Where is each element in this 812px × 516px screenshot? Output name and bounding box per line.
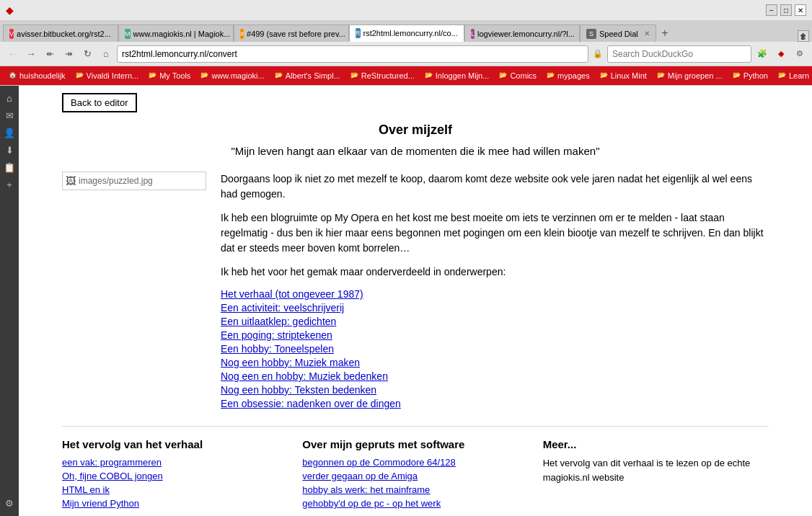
bookmark-huishoudelijk[interactable]: 🏠 huishoudelijk — [4, 68, 70, 83]
sidebar-contacts-icon[interactable]: 👤 — [1, 125, 17, 141]
bookmark-alberts[interactable]: 📂 Albert's Simpl... — [270, 68, 345, 83]
tab-5-label: logviewer.lemoncurry.nl/?l... — [477, 30, 575, 38]
bottom-col-1: Het vervolg van het verhaal een vak: pro… — [62, 438, 288, 511]
bookmark-icon-learn: 📂 — [778, 71, 787, 80]
two-col-section: images/puzzled.jpg Doorgaans loop ik nie… — [62, 172, 769, 412]
image-column: images/puzzled.jpg — [62, 172, 206, 412]
bookmarks-bar: 🏠 huishoudelijk 📂 Vivaldi Intern... 📂 My… — [0, 66, 812, 85]
tab-3-label: #499 (save rst before prev... — [247, 30, 345, 38]
link-mainframe[interactable]: hobby als werk: het mainframe — [302, 484, 430, 495]
bookmark-linuxmint[interactable]: 📂 Linux Mint — [596, 68, 651, 83]
link-verhaal[interactable]: Het verhaal (tot ongeveer 1987) — [221, 288, 363, 300]
window-controls[interactable]: − □ ✕ — [766, 4, 806, 16]
link-pc-werk[interactable]: gehobby'd op de pc - op het werk — [302, 498, 441, 509]
nav-bar: ← → ↞ ↠ ↻ ⌂ 🔒 🧩 ◆ ⚙ — [0, 42, 812, 66]
list-item: Nog een en hobby: Muziek bedenken — [221, 370, 769, 382]
bottom-col-3-title: Meer... — [543, 438, 769, 450]
sidebar-add-icon[interactable]: + — [1, 177, 17, 192]
bookmark-inloggen[interactable]: 📂 Inloggen Mijn... — [420, 68, 494, 83]
link-teksten[interactable]: Nog een hobby: Teksten bedenken — [221, 384, 376, 396]
tab-6-favicon: S — [586, 29, 596, 39]
back-to-editor-button[interactable]: Back to editor — [62, 93, 137, 112]
text-column: Doorgaans loop ik niet zo met mezelf te … — [221, 172, 769, 412]
bottom-col-3-text: Het vervolg van dit verhaal is te lezen … — [543, 456, 769, 484]
link-poging[interactable]: Een poging: striptekenen — [221, 329, 332, 341]
bookmark-python[interactable]: 📂 Python — [728, 68, 772, 83]
bookmark-magioki[interactable]: 📂 www.magioki... — [196, 68, 268, 83]
topic-link-list: Het verhaal (tot ongeveer 1987) Een acti… — [221, 288, 769, 409]
list-item: Het verhaal (tot ongeveer 1987) — [221, 288, 769, 300]
settings-icon[interactable]: ⚙ — [792, 46, 808, 62]
bookmark-icon-mijngroepen: 📂 — [657, 71, 666, 80]
link-toneelspelen[interactable]: Een hobby: Toneelspelen — [221, 343, 334, 355]
list-item: HTML en ik — [62, 484, 288, 495]
tab-2[interactable]: M www.magiokis.nl | Magiok... ✕ — [118, 25, 234, 42]
fast-back-button[interactable]: ↞ — [42, 46, 58, 62]
sidebar-mail-icon[interactable]: ✉ — [1, 107, 17, 123]
bookmark-mijngroepen[interactable]: 📂 Mijn groepen ... — [653, 68, 727, 83]
list-item: hobby als werk: het mainframe — [302, 484, 528, 495]
fast-forward-button[interactable]: ↠ — [61, 46, 76, 62]
paragraph-1: Doorgaans loop ik niet zo met mezelf te … — [221, 172, 769, 202]
new-tab-button[interactable]: + — [656, 25, 674, 42]
bookmark-icon-restructured: 📂 — [350, 71, 359, 80]
sidebar-notes-icon[interactable]: 📋 — [1, 159, 17, 175]
tab-1[interactable]: V avisser.bitbucket.org/rst2... ✕ — [3, 25, 118, 42]
close-button[interactable]: ✕ — [795, 4, 806, 16]
tab-6[interactable]: S Speed Dial ✕ — [580, 25, 656, 42]
maximize-button[interactable]: □ — [780, 4, 792, 16]
bookmark-icon-python: 📂 — [733, 71, 741, 80]
refresh-button[interactable]: ↻ — [79, 46, 95, 62]
bookmark-mytools[interactable]: 📂 My Tools — [144, 68, 195, 83]
bookmark-icon-vivaldi: 📂 — [76, 71, 84, 80]
tab-4[interactable]: R rst2html.lemoncurry.nl/co... ✕ — [349, 25, 464, 42]
link-python[interactable]: Mijn vriend Python — [62, 498, 139, 509]
sidebar-home-icon[interactable]: ⌂ — [1, 90, 17, 106]
bookmark-restructured[interactable]: 📂 ReStructured... — [346, 68, 419, 83]
link-commodore[interactable]: begonnen op de Commodore 64/128 — [302, 457, 456, 468]
tab-2-label: www.magiokis.nl | Magiok... — [133, 30, 231, 38]
bookmark-comics[interactable]: 📂 Comics — [495, 68, 541, 83]
home-nav-button[interactable]: ⌂ — [98, 46, 114, 62]
forward-nav-button[interactable]: → — [23, 46, 39, 62]
sidebar-settings-icon[interactable]: ⚙ — [1, 495, 17, 511]
link-muziek-maken[interactable]: Nog een hobby: Muziek maken — [221, 357, 360, 368]
tab-6-label: Speed Dial — [599, 30, 638, 38]
bookmark-vivaldi[interactable]: 📂 Vivaldi Intern... — [71, 68, 144, 83]
link-muziek-bedenken[interactable]: Nog een en hobby: Muziek bedenken — [221, 370, 388, 382]
image-filename: images/puzzled.jpg — [79, 176, 153, 186]
list-item: gehobby'd op de pc - op het werk — [302, 497, 528, 509]
main-content: Back to editor Over mijzelf "Mijn leven … — [19, 86, 812, 516]
tab-4-favicon: R — [356, 28, 361, 38]
tab-6-close[interactable]: ✕ — [644, 30, 650, 37]
page-wrapper: Back to editor Over mijzelf "Mijn leven … — [33, 86, 798, 516]
list-item: Oh, fijne COBOL jongen — [62, 470, 288, 481]
paragraph-3: Ik heb het voor het gemak maar onderverd… — [221, 264, 769, 280]
extensions-button[interactable]: 🧩 — [754, 46, 770, 62]
link-amiga[interactable]: verder gegaan op de Amiga — [302, 471, 418, 481]
link-activiteit[interactable]: Een activiteit: veelschrijverij — [221, 302, 344, 313]
tab-3-favicon: # — [240, 29, 244, 39]
tab-2-favicon: M — [125, 29, 131, 39]
address-lock-icon: 🔒 — [593, 49, 603, 58]
sidebar-downloads-icon[interactable]: ⬇ — [1, 142, 17, 158]
tabs-bar: V avisser.bitbucket.org/rst2... ✕ M www.… — [0, 20, 812, 42]
search-input[interactable] — [607, 45, 751, 63]
back-nav-button[interactable]: ← — [4, 46, 20, 62]
minimize-button[interactable]: − — [766, 4, 777, 16]
link-uitlaatklep[interactable]: Een uitlaatklep: gedichten — [221, 316, 336, 327]
bookmark-mypages[interactable]: 📂 mypages — [542, 68, 594, 83]
link-html[interactable]: HTML en ik — [62, 484, 110, 495]
bottom-col-2: Over mijn gepruts met software begonnen … — [302, 438, 528, 511]
bookmark-learn[interactable]: 📂 Learn | Codec... — [774, 68, 812, 83]
link-cobol[interactable]: Oh, fijne COBOL jongen — [62, 471, 163, 481]
link-obsessie[interactable]: Een obsessie: nadenken over de dingen — [221, 398, 401, 409]
tab-3[interactable]: # #499 (save rst before prev... ✕ — [234, 25, 349, 42]
link-programmeren[interactable]: een vak: programmeren — [62, 457, 162, 468]
vivaldi-button[interactable]: ◆ — [773, 46, 789, 62]
address-bar[interactable] — [117, 45, 588, 63]
page-title: Over mijzelf — [62, 123, 769, 138]
trash-button[interactable]: 🗑 — [798, 30, 809, 42]
tab-5[interactable]: L logviewer.lemoncurry.nl/?l... ✕ — [464, 25, 580, 42]
list-item: Een hobby: Toneelspelen — [221, 343, 769, 355]
